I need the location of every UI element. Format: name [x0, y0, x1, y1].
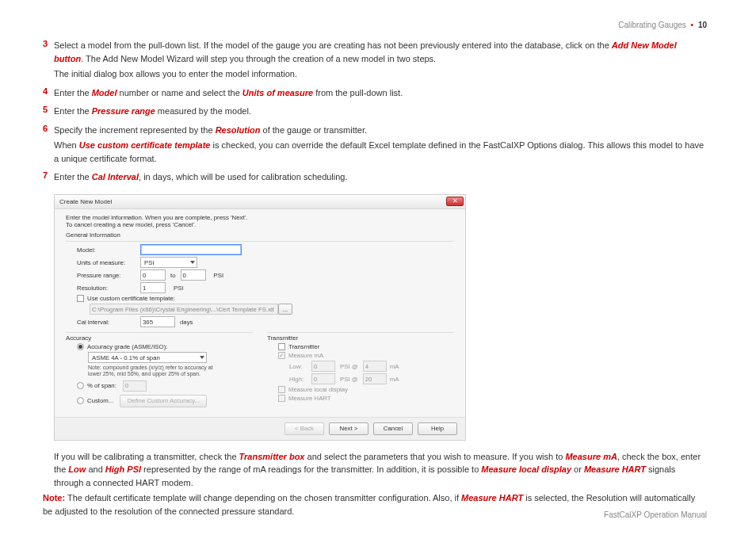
dialog-titlebar: Create New Model ✕	[55, 195, 465, 209]
radio-icon	[77, 397, 84, 404]
measure-ma-checkbox: ✓ Measure mA	[278, 352, 323, 359]
dialog-instructions: Enter the model information. When you ar…	[66, 214, 454, 229]
measure-local-display-ref: Measure local display	[481, 464, 571, 474]
note-label: Note:	[43, 493, 65, 503]
back-button: < Back	[284, 422, 324, 435]
accuracy-heading: Accuracy	[66, 334, 253, 342]
high-label: High:	[289, 376, 311, 383]
step-5-text: Enter the Pressure range measured by the…	[54, 105, 707, 118]
low-ref: Low	[68, 464, 86, 474]
high-psi-ref: High PSI	[105, 464, 141, 474]
cal-interval-label: Cal interval:	[77, 319, 140, 326]
pressure-unit-label: PSI	[214, 272, 224, 279]
radio-icon	[77, 382, 84, 389]
create-new-model-dialog: Create New Model ✕ Enter the model infor…	[54, 194, 466, 441]
step-3-line2: The initial dialog box allows you to ent…	[54, 67, 707, 81]
checkbox-icon	[278, 386, 285, 393]
pressure-range-label: Pressure range:	[77, 272, 140, 279]
checkbox-icon	[278, 395, 285, 402]
cert-path-display: C:\Program Files (x86)\Crystal Engineeri…	[90, 304, 278, 315]
chevron-down-icon	[190, 261, 195, 264]
radio-icon	[77, 343, 84, 350]
low-psi-input: 0	[311, 361, 335, 372]
accuracy-grade-radio[interactable]: Accuracy grade (ASME/ISO):	[77, 343, 167, 350]
header-separator: •	[691, 21, 694, 29]
dialog-button-row: < Back Next > Cancel Help	[55, 417, 465, 440]
step-3: 3 Select a model from the pull-down list…	[43, 39, 707, 83]
header-section: Calibrating Gauges	[618, 21, 686, 29]
checkbox-icon	[278, 343, 285, 350]
model-ref: Model	[92, 88, 117, 97]
step-3-line1: Select a model from the pull-down list. …	[54, 39, 707, 65]
pressure-range-ref: Pressure range	[92, 106, 155, 116]
step-number: 3	[43, 39, 54, 83]
page-header: Calibrating Gauges • 10	[43, 21, 707, 29]
transmitter-heading: Transmitter	[267, 334, 454, 342]
high-psi-input: 0	[311, 373, 335, 384]
high-psi-at-label: PSI @	[340, 376, 358, 383]
low-ma-input: 4	[363, 361, 387, 372]
custom-accuracy-radio[interactable]: Custom...	[77, 397, 113, 404]
cancel-button[interactable]: Cancel	[373, 422, 413, 435]
general-info-heading: General Information	[66, 231, 454, 239]
page-number: 10	[698, 21, 707, 29]
low-psi-at-label: PSI @	[340, 363, 358, 370]
accuracy-note: Note: compound grades (x/y/z) refer to a…	[88, 365, 223, 376]
define-custom-accuracy-button: Define Custom Accuracy...	[120, 395, 207, 407]
uom-select[interactable]: PSI	[140, 257, 197, 268]
custom-cert-checkbox[interactable]: Use custom certificate template:	[77, 295, 175, 302]
cal-interval-unit: days	[180, 319, 193, 326]
custom-cert-ref: Use custom certificate template	[79, 140, 211, 150]
step-6-line2: When Use custom certificate template is …	[54, 139, 707, 165]
step-6-line1: Specify the increment represented by the…	[54, 124, 707, 137]
resolution-label: Resolution:	[77, 285, 140, 292]
checkbox-icon: ✓	[278, 352, 285, 359]
browse-button[interactable]: ...	[278, 304, 292, 315]
resolution-input[interactable]: 1	[140, 282, 166, 293]
measure-ma-ref: Measure mA	[565, 452, 617, 461]
measure-local-display-checkbox: Measure local display	[278, 386, 348, 393]
step-6: 6 Specify the increment represented by t…	[43, 124, 707, 168]
transmitter-box-ref: Transmitter box	[239, 452, 305, 461]
units-of-measure-ref: Units of measure	[242, 88, 313, 97]
step-5: 5 Enter the Pressure range measured by t…	[43, 105, 707, 120]
step-number: 7	[43, 170, 54, 186]
help-button[interactable]: Help	[418, 422, 457, 435]
high-ma-input: 20	[363, 373, 387, 384]
cal-interval-ref: Cal Interval	[92, 172, 139, 182]
uom-label: Units of measure:	[77, 259, 140, 266]
resolution-unit-label: PSI	[174, 285, 184, 292]
cal-interval-input[interactable]: 365	[140, 316, 175, 327]
ma-unit: mA	[390, 376, 399, 383]
footer-text: FastCalXP Operation Manual	[604, 510, 707, 519]
model-input[interactable]	[140, 244, 242, 255]
dialog-title: Create New Model	[59, 198, 112, 205]
step-7-text: Enter the Cal Interval, in days, which w…	[54, 170, 707, 184]
close-icon: ✕	[452, 198, 458, 204]
pct-of-span-radio[interactable]: % of span:	[77, 382, 116, 389]
pressure-low-input[interactable]: 0	[140, 269, 166, 281]
next-button[interactable]: Next >	[329, 422, 368, 435]
step-number: 6	[43, 124, 54, 168]
measure-hart-checkbox: Measure HART	[278, 395, 331, 402]
close-button[interactable]: ✕	[446, 197, 464, 206]
step-number: 5	[43, 105, 54, 120]
step-4: 4 Enter the Model number or name and sel…	[43, 86, 707, 102]
measure-hart-ref: Measure HART	[584, 464, 646, 474]
step-7: 7 Enter the Cal Interval, in days, which…	[43, 170, 707, 186]
checkbox-icon	[77, 295, 84, 302]
model-label: Model:	[77, 246, 140, 254]
pressure-high-input[interactable]: 0	[181, 269, 206, 281]
pressure-to-label: to	[170, 272, 176, 279]
step-4-text: Enter the Model number or name and selec…	[54, 86, 707, 100]
chevron-down-icon	[200, 356, 204, 359]
ma-unit: mA	[390, 363, 399, 370]
measure-hart-ref-2: Measure HART	[461, 493, 523, 503]
resolution-ref: Resolution	[216, 125, 261, 135]
pct-of-span-input: 0	[123, 380, 147, 392]
accuracy-grade-select[interactable]: ASME 4A - 0.1% of span	[88, 352, 207, 363]
low-label: Low:	[289, 363, 311, 370]
post-dialog-paragraph: If you will be calibrating a transmitter…	[54, 450, 707, 490]
transmitter-checkbox[interactable]: Transmitter	[278, 343, 319, 350]
step-number: 4	[43, 86, 54, 102]
